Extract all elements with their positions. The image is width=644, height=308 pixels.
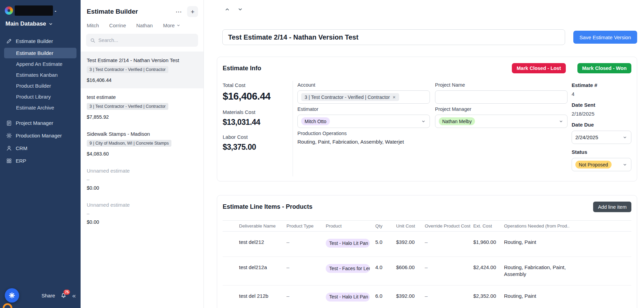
- table-row[interactable]: test del212 – Test - Halo Lit Pan S 5.0 …: [223, 232, 631, 257]
- panel-actions: ⋯ +: [173, 6, 198, 17]
- workspace-label: Main Database: [5, 20, 46, 27]
- account-input[interactable]: 3 | Test Contractor - Verified | Contrac…: [297, 90, 430, 104]
- production-operations-field: Production Operations Routing, Paint, Fa…: [297, 131, 430, 145]
- cell-product-type: –: [286, 239, 289, 245]
- pencil-icon: [6, 38, 12, 44]
- cell-operations: Routing, Paint: [501, 232, 570, 257]
- table-row[interactable]: test del 212b – Test - Halo Lit Pan S 6.…: [223, 285, 631, 308]
- line-items-header: Estimate Line Items - Products Add line …: [223, 202, 631, 212]
- sidebar-item-erp[interactable]: ERP: [4, 155, 76, 166]
- account-field: Account 3 | Test Contractor - Verified |…: [297, 82, 430, 104]
- sidebar-section-estimate-builder[interactable]: Estimate Builder: [4, 35, 76, 47]
- estimate-list: Test Estimate 2/14 - Nathan Version Test…: [81, 52, 204, 308]
- estimate-title-input[interactable]: [222, 29, 565, 45]
- col-deliverable-name: Deliverable Name: [236, 221, 284, 232]
- project-name-field: Project Name: [435, 82, 568, 104]
- cell-product-type: –: [286, 293, 289, 299]
- estimate-info-header: Estimate Info Mark Closed - Lost Mark Cl…: [223, 63, 631, 73]
- chevron-down-icon: [48, 22, 53, 26]
- sidebar-item-product-library[interactable]: Product Library: [4, 91, 76, 102]
- record-nav: [217, 0, 637, 14]
- estimate-list-item[interactable]: Unnamed estimate – $0.00: [81, 196, 204, 230]
- total-cost-value: $16,406.44: [223, 91, 287, 102]
- chevron-down-icon: [623, 135, 627, 140]
- title-row: Save Estimate Version: [222, 29, 637, 45]
- section-title: Estimate Line Items - Products: [223, 203, 312, 210]
- sidebar-subsection: Estimate Builder Append An Estimate Esti…: [4, 47, 76, 116]
- clipboard-icon: [6, 120, 12, 126]
- sidebar-item-project-manager[interactable]: Project Manager: [4, 117, 76, 129]
- sidebar-footer-actions: Share 75 «: [41, 292, 76, 299]
- cell-deliverable: test del212a: [236, 257, 284, 285]
- sidebar-item-estimates-kanban[interactable]: Estimates Kanban: [4, 70, 76, 80]
- col-filler: [570, 221, 631, 232]
- cell-override: –: [425, 293, 428, 299]
- sidebar: - Main Database Estimate Builder Estimat…: [0, 0, 81, 308]
- workspace-selector[interactable]: Main Database: [4, 16, 76, 29]
- remove-account-icon[interactable]: ×: [393, 94, 396, 100]
- project-manager-select[interactable]: Nathan Melby: [435, 115, 568, 128]
- search-input[interactable]: [98, 38, 194, 43]
- col-product: Product: [323, 221, 373, 232]
- estimate-info-section: Estimate Info Mark Closed - Lost Mark Cl…: [217, 57, 637, 181]
- account-chip: 3 | Test Contractor - Verified | Contrac…: [301, 93, 399, 101]
- sidebar-item-estimate-builder[interactable]: Estimate Builder: [4, 48, 76, 58]
- collapse-sidebar-icon[interactable]: «: [72, 292, 76, 299]
- logo-row: -: [4, 5, 76, 16]
- estimator-field: Estimator Mitch Otto: [297, 106, 430, 128]
- search-box: [86, 34, 198, 47]
- add-estimate-button[interactable]: +: [187, 6, 198, 17]
- estimate-list-item[interactable]: Test Estimate 2/14 - Nathan Version Test…: [81, 52, 204, 88]
- next-record-button[interactable]: [235, 5, 245, 14]
- tab-mitch[interactable]: Mitch: [87, 23, 99, 28]
- panel-more-button[interactable]: ⋯: [173, 6, 184, 17]
- save-estimate-version-button[interactable]: Save Estimate Version: [573, 31, 637, 44]
- account-chip: 3 | Test Contractor - Verified | Contrac…: [87, 66, 168, 73]
- cell-unit-cost: $606.00: [393, 257, 422, 285]
- product-chip: Test - Faces for Lerc: [326, 264, 370, 273]
- project-name-input[interactable]: [439, 91, 564, 103]
- sidebar-footer: Share 75 «: [4, 286, 76, 304]
- user-icon: [6, 145, 12, 151]
- sidebar-item-estimate-archive[interactable]: Estimate Archive: [4, 102, 76, 113]
- cell-qty: 4.0: [373, 257, 393, 285]
- chevron-down-icon: [177, 24, 180, 27]
- prev-record-button[interactable]: [222, 5, 232, 14]
- col-override-product-cost: Override Product Cost: [422, 221, 471, 232]
- estimate-list-item[interactable]: Unnamed estimate – $0.00: [81, 162, 204, 196]
- sidebar-item-production-manager[interactable]: Production Manager: [4, 130, 76, 141]
- tab-corrine[interactable]: Corrine: [109, 23, 126, 28]
- mark-closed-won-button[interactable]: Mark Closed - Won: [577, 63, 631, 73]
- notifications-bell-icon[interactable]: 75: [60, 292, 67, 298]
- panel-title: Estimate Builder: [87, 8, 138, 15]
- gear-icon: [6, 133, 12, 138]
- status-select[interactable]: Not Proposed: [572, 158, 631, 171]
- sidebar-item-crm[interactable]: CRM: [4, 143, 76, 154]
- notification-count-badge: 75: [64, 290, 70, 295]
- date-due-select[interactable]: 2/24/2025: [572, 131, 631, 144]
- chevron-down-icon: [559, 119, 563, 123]
- share-button[interactable]: Share: [41, 293, 55, 298]
- estimator-select[interactable]: Mitch Otto: [297, 115, 430, 128]
- line-items-table: Deliverable Name Product Type Product Qt…: [223, 220, 631, 308]
- tab-more[interactable]: More: [163, 23, 180, 28]
- sidebar-item-append-an-estimate[interactable]: Append An Estimate: [4, 59, 76, 69]
- sidebar-item-product-builder[interactable]: Product Builder: [4, 80, 76, 91]
- cell-qty: 6.0: [373, 285, 393, 308]
- mark-closed-lost-button[interactable]: Mark Closed - Lost: [512, 63, 566, 73]
- table-row[interactable]: test del212a – Test - Faces for Lerc 4.0…: [223, 257, 631, 285]
- cell-unit-cost: $392.00: [393, 285, 422, 308]
- estimate-list-item[interactable]: test estimate 3 | Test Contractor - Veri…: [81, 88, 204, 125]
- cell-product-type: –: [286, 264, 289, 270]
- add-line-item-button[interactable]: Add line item: [593, 202, 631, 212]
- materials-cost-value: $13,031.44: [223, 118, 287, 127]
- estimate-form: Account 3 | Test Contractor - Verified |…: [293, 81, 567, 176]
- app-pinwheel-button[interactable]: [5, 288, 19, 303]
- tab-nathan[interactable]: Nathan: [136, 23, 153, 28]
- asterisk-icon: [9, 292, 15, 299]
- date-sent-value: 2/18/2025: [572, 111, 631, 117]
- project-manager-field: Project Manager Nathan Melby: [435, 106, 568, 128]
- status-chip: Not Proposed: [575, 161, 612, 168]
- estimate-info-body: Total Cost $16,406.44 Materials Cost $13…: [223, 81, 631, 176]
- estimate-list-item[interactable]: Sidewalk Stamps - Madison 9 | City of Ma…: [81, 125, 204, 162]
